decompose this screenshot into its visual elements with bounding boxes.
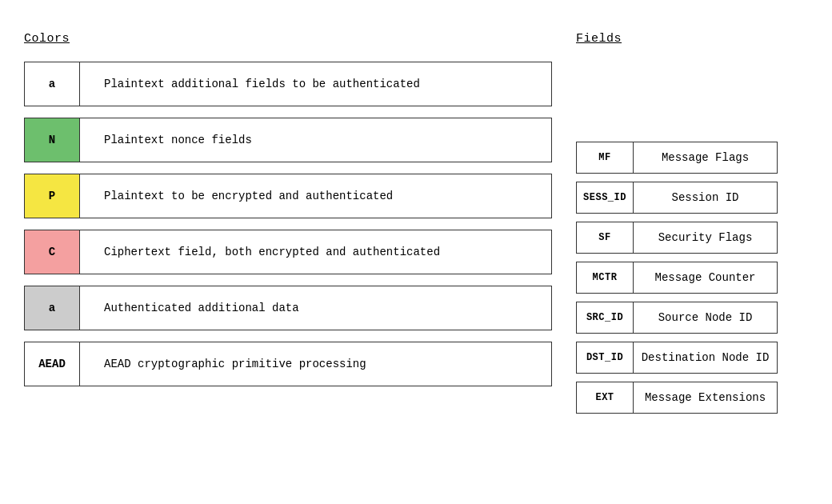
field-code-3: MCTR [576,262,634,294]
field-item-0: MFMessage Flags [576,142,808,174]
legend-list: aPlaintext additional fields to be authe… [24,62,552,386]
field-code-0: MF [576,142,634,174]
fields-title: Fields [576,32,808,46]
field-name-2: Security Flags [634,222,778,254]
right-panel: Fields MFMessage FlagsSESS_IDSession IDS… [552,32,808,488]
legend-desc-0: Plaintext additional fields to be authen… [80,62,552,106]
legend-label-0: a [24,62,80,106]
legend-item: CCiphertext field, both encrypted and au… [24,230,552,274]
legend-item: AEADAEAD cryptographic primitive process… [24,342,552,386]
legend-label-5: AEAD [24,342,80,386]
field-name-3: Message Counter [634,262,778,294]
field-item-3: MCTRMessage Counter [576,262,808,294]
field-item-6: EXTMessage Extensions [576,382,808,414]
field-name-0: Message Flags [634,142,778,174]
legend-item: aPlaintext additional fields to be authe… [24,62,552,106]
field-item-2: SFSecurity Flags [576,222,808,254]
left-panel: Colors aPlaintext additional fields to b… [24,32,552,488]
legend-desc-4: Authenticated additional data [80,286,552,330]
field-item-1: SESS_IDSession ID [576,182,808,214]
legend-item: NPlaintext nonce fields [24,118,552,162]
legend-item: aAuthenticated additional data [24,286,552,330]
legend-label-1: N [24,118,80,162]
colors-title: Colors [24,32,552,46]
field-code-4: SRC_ID [576,302,634,334]
field-code-2: SF [576,222,634,254]
legend-desc-5: AEAD cryptographic primitive processing [80,342,552,386]
legend-desc-1: Plaintext nonce fields [80,118,552,162]
fields-list: MFMessage FlagsSESS_IDSession IDSFSecuri… [576,142,808,414]
field-code-6: EXT [576,382,634,414]
legend-item: PPlaintext to be encrypted and authentic… [24,174,552,218]
field-name-5: Destination Node ID [634,342,778,374]
field-code-5: DST_ID [576,342,634,374]
legend-desc-2: Plaintext to be encrypted and authentica… [80,174,552,218]
legend-label-4: a [24,286,80,330]
field-item-4: SRC_IDSource Node ID [576,302,808,334]
field-name-1: Session ID [634,182,778,214]
legend-label-2: P [24,174,80,218]
field-name-4: Source Node ID [634,302,778,334]
field-code-1: SESS_ID [576,182,634,214]
field-item-5: DST_IDDestination Node ID [576,342,808,374]
field-name-6: Message Extensions [634,382,778,414]
legend-label-3: C [24,230,80,274]
legend-desc-3: Ciphertext field, both encrypted and aut… [80,230,552,274]
